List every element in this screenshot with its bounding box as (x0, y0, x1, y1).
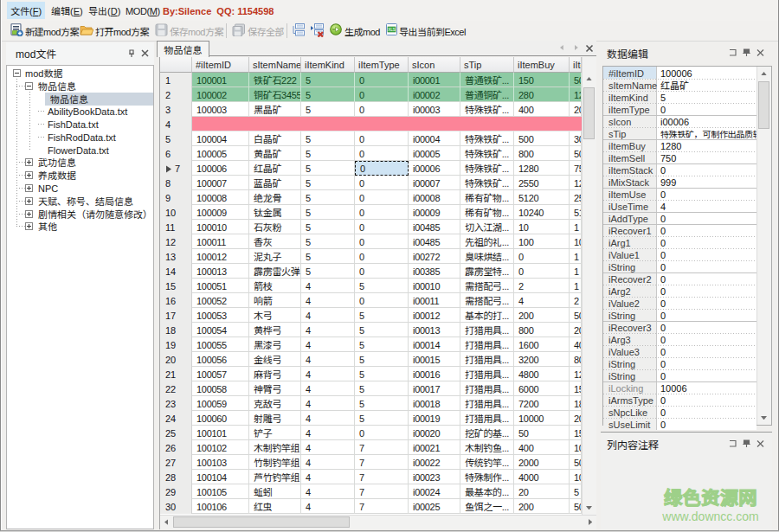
svg-text:XLS: XLS (388, 28, 396, 32)
